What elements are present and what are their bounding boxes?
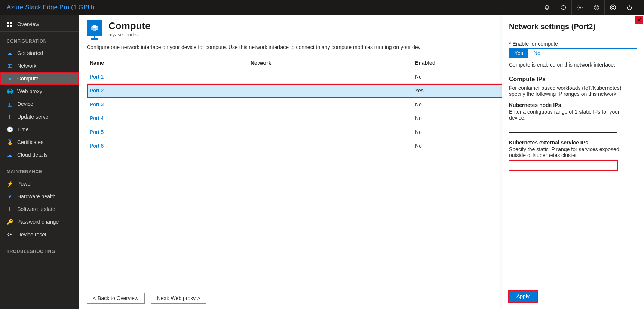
svg-rect-5	[10, 22, 12, 24]
network-settings-panel: ✕ Network settings (Port2) *Enable for c…	[502, 15, 644, 309]
device-icon: ▥	[7, 101, 13, 107]
svg-rect-7	[10, 25, 12, 27]
help-icon[interactable]	[588, 0, 604, 15]
port-network	[248, 139, 412, 153]
power-icon[interactable]	[621, 0, 637, 15]
sidebar-item-label: Device	[17, 101, 33, 107]
port-network	[248, 98, 412, 111]
sidebar-item-cloud-details[interactable]: ☁Cloud details	[0, 149, 79, 161]
port-name[interactable]: Port 3	[87, 98, 248, 111]
col-name[interactable]: Name	[87, 56, 248, 70]
sidebar-item-label: Power	[17, 181, 32, 187]
sidebar-section-troubleshooting: TROUBLESHOOTING	[0, 242, 79, 257]
node-ips-desc: Enter a contiguous range of 2 static IPs…	[509, 109, 637, 121]
network-icon: ▦	[7, 63, 13, 69]
sidebar-item-web-proxy[interactable]: 🌐Web proxy	[0, 85, 79, 98]
sidebar-item-label: Hardware health	[17, 193, 56, 199]
svg-rect-6	[7, 25, 9, 27]
close-icon[interactable]: ✕	[635, 16, 643, 24]
sidebar-item-label: Cloud details	[17, 152, 47, 158]
compute-page-icon	[87, 20, 102, 36]
port-name[interactable]: Port 6	[87, 139, 248, 153]
topbar: Azure Stack Edge Pro (1 GPU)	[0, 0, 644, 15]
col-network[interactable]: Network	[248, 56, 412, 70]
sidebar-item-label: Get started	[17, 50, 43, 56]
svg-point-0	[579, 7, 581, 8]
sidebar-item-label: Web proxy	[17, 88, 42, 94]
sidebar-item-label: Compute	[17, 76, 39, 82]
bolt-icon: ⚡	[7, 181, 13, 187]
port-network	[248, 125, 412, 139]
sidebar-item-hardware-health[interactable]: ♥Hardware health	[0, 190, 79, 203]
port-name[interactable]: Port 2	[87, 84, 248, 98]
sidebar-item-device-reset[interactable]: ⟳Device reset	[0, 228, 79, 241]
sidebar-item-label: Update server	[17, 114, 50, 120]
shell: Overview CONFIGURATION ☁Get started ▦Net…	[0, 15, 644, 309]
svg-point-3	[610, 5, 616, 10]
upload-icon: ⬆	[7, 114, 13, 120]
sidebar-item-compute[interactable]: ▣Compute	[0, 72, 79, 85]
sidebar-item-password-change[interactable]: 🔑Password change	[0, 215, 79, 228]
sidebar: Overview CONFIGURATION ☁Get started ▦Net…	[0, 15, 79, 309]
gear-icon[interactable]	[571, 0, 588, 15]
enable-toggle[interactable]: Yes No	[509, 48, 637, 58]
service-ips-label: Kubernetes external service IPs	[509, 140, 637, 146]
port-name[interactable]: Port 4	[87, 111, 248, 125]
port-name[interactable]: Port 1	[87, 70, 248, 84]
cloud-details-icon: ☁	[7, 152, 13, 158]
main: Compute myasegpudev Configure one networ…	[79, 15, 644, 309]
globe-icon: 🌐	[7, 88, 13, 94]
toggle-no[interactable]: No	[528, 49, 546, 58]
back-button[interactable]: < Back to Overview	[87, 293, 145, 304]
service-ips-input[interactable]	[509, 160, 617, 170]
port-network	[248, 84, 412, 98]
page-subtitle: myasegpudev	[108, 32, 151, 37]
compute-icon: ▣	[7, 76, 13, 82]
enable-label: *Enable for compute	[509, 41, 637, 47]
sidebar-item-device[interactable]: ▥Device	[0, 98, 79, 110]
sidebar-item-get-started[interactable]: ☁Get started	[0, 47, 79, 59]
sidebar-item-label: Certificates	[17, 139, 43, 145]
sidebar-section-maintenance: MAINTENANCE	[0, 162, 79, 177]
sidebar-item-certificates[interactable]: 🏅Certificates	[0, 136, 79, 149]
sidebar-item-label: Network	[17, 63, 36, 69]
panel-title: Network settings (Port2)	[509, 22, 637, 31]
health-icon: ♥	[7, 193, 13, 199]
sidebar-item-update-server[interactable]: ⬆Update server	[0, 110, 79, 123]
overview-icon	[7, 21, 13, 27]
sidebar-item-label: Device reset	[17, 232, 46, 238]
next-button[interactable]: Next: Web proxy >	[151, 293, 206, 304]
sidebar-item-overview[interactable]: Overview	[0, 18, 79, 31]
sidebar-item-time[interactable]: 🕒Time	[0, 123, 79, 136]
clock-icon: 🕒	[7, 126, 13, 132]
cert-icon: 🏅	[7, 139, 13, 145]
svg-point-2	[596, 9, 597, 9]
key-icon: 🔑	[7, 219, 13, 225]
port-network	[248, 70, 412, 84]
compute-ips-desc: For container based workloads (IoT/Kuber…	[509, 85, 637, 97]
sidebar-item-power[interactable]: ⚡Power	[0, 177, 79, 190]
sidebar-item-label: Overview	[17, 21, 39, 27]
page-title: Compute	[108, 20, 151, 32]
sidebar-item-network[interactable]: ▦Network	[0, 59, 79, 72]
sidebar-item-software-update[interactable]: ⬇Software update	[0, 203, 79, 215]
software-icon: ⬇	[7, 206, 13, 212]
compute-ips-heading: Compute IPs	[509, 76, 637, 83]
product-title[interactable]: Azure Stack Edge Pro (1 GPU)	[7, 4, 94, 11]
refresh-icon[interactable]	[555, 0, 571, 15]
copyright-icon[interactable]	[604, 0, 621, 15]
node-ips-label: Kubernetes node IPs	[509, 102, 637, 108]
cloud-icon: ☁	[7, 50, 13, 56]
bell-icon[interactable]	[539, 0, 555, 15]
service-ips-desc: Specify the static IP range for services…	[509, 146, 637, 158]
enable-info: Compute is enabled on this network inter…	[509, 62, 637, 68]
toggle-yes[interactable]: Yes	[509, 49, 528, 58]
topbar-icon-group	[539, 0, 637, 15]
apply-button[interactable]: Apply	[509, 291, 537, 302]
port-name[interactable]: Port 5	[87, 125, 248, 139]
sidebar-item-label: Time	[17, 126, 29, 132]
reset-icon: ⟳	[7, 232, 13, 238]
sidebar-section-configuration: CONFIGURATION	[0, 31, 79, 47]
node-ips-input[interactable]	[509, 123, 617, 133]
svg-rect-4	[7, 22, 9, 24]
